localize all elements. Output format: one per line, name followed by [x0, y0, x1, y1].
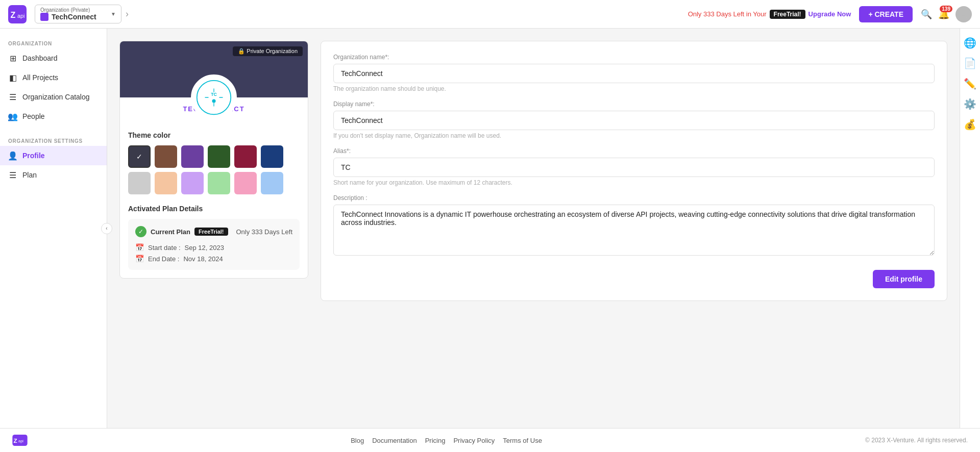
calendar-icon: 📅 — [135, 243, 144, 252]
header-icons: 🔍 🔔 139 — [921, 6, 972, 22]
theme-color-title: Theme color — [128, 131, 300, 139]
svg-point-6 — [212, 99, 216, 103]
create-button[interactable]: + CREATE — [859, 6, 913, 22]
dashboard-icon: ⊞ — [8, 54, 17, 63]
org-name-hint: The organization name should be unique. — [333, 85, 935, 92]
display-name-hint: If you don't set display name, Organizat… — [333, 132, 935, 139]
sidebar-item-people[interactable]: 👥 People — [0, 107, 107, 126]
footer-link-privacy[interactable]: Privacy Policy — [453, 437, 495, 444]
sidebar-label-people: People — [22, 112, 45, 120]
plan-section-title: Activated Plan Details — [128, 205, 300, 213]
sidebar-item-dashboard[interactable]: ⊞ Dashboard — [0, 48, 107, 68]
people-icon: 👥 — [8, 112, 17, 121]
sidebar-label-org-catalog: Organization Catalog — [22, 93, 90, 101]
end-date-label: End Date : — [148, 255, 179, 263]
sidebar-item-plan[interactable]: ☰ Plan — [0, 165, 107, 185]
form-card: Organization name*: The organization nam… — [321, 41, 947, 301]
color-swatch-2[interactable] — [181, 145, 204, 168]
display-name-input[interactable] — [333, 111, 935, 130]
plan-days-left: Only 333 Days Left — [236, 228, 292, 236]
color-swatch-5[interactable] — [261, 145, 283, 168]
right-icon-doc[interactable]: 📄 — [964, 57, 976, 69]
description-label: Description : — [333, 194, 935, 202]
svg-text:TC: TC — [211, 92, 217, 97]
sidebar: ORGANIZATION ⊞ Dashboard ◧ All Projects … — [0, 29, 107, 428]
plan-check-icon: ✓ — [135, 226, 146, 237]
color-swatch-10[interactable] — [234, 172, 257, 194]
org-logo-svg: TC — [196, 80, 232, 115]
check-icon: ✓ — [136, 153, 142, 161]
org-name-group: Organization name*: The organization nam… — [333, 54, 935, 92]
main-layout: ORGANIZATION ⊞ Dashboard ◧ All Projects … — [0, 29, 980, 428]
description-group: Description : TechConnect Innovations is… — [333, 194, 935, 258]
footer-logo: Z api — [12, 435, 28, 446]
plan-pill: FreeTrial! — [194, 228, 228, 236]
alias-group: Alias*: Short name for your organization… — [333, 147, 935, 186]
user-avatar[interactable] — [955, 6, 972, 22]
right-panel: Organization name*: The organization nam… — [321, 41, 947, 416]
footer-copyright: © 2023 X-Venture. All rights reserved. — [865, 437, 968, 444]
header: Z api Organization (Private) TechConnect… — [0, 0, 980, 29]
alias-label: Alias*: — [333, 147, 935, 155]
svg-text:Z: Z — [11, 10, 16, 19]
color-swatch-9[interactable] — [208, 172, 230, 194]
svg-text:Z: Z — [14, 437, 17, 444]
plan-card: ✓ Current Plan FreeTrial! Only 333 Days … — [128, 219, 300, 270]
display-name-group: Display name*: If you don't set display … — [333, 101, 935, 139]
footer-link-pricing[interactable]: Pricing — [425, 437, 446, 444]
search-button[interactable]: 🔍 — [921, 9, 932, 20]
footer-link-docs[interactable]: Documentation — [372, 437, 416, 444]
color-swatch-6[interactable] — [128, 172, 151, 194]
color-swatch-11[interactable] — [261, 172, 283, 194]
org-card-body: Theme color ✓ — [120, 123, 308, 278]
calendar-icon-end: 📅 — [135, 255, 144, 263]
end-date-value: Nov 18, 2024 — [183, 255, 223, 263]
right-icon-edit[interactable]: ✏️ — [964, 78, 976, 90]
display-name-label: Display name*: — [333, 101, 935, 108]
footer-link-terms[interactable]: Terms of Use — [503, 437, 542, 444]
org-name-input[interactable] — [333, 64, 935, 83]
sidebar-item-org-catalog[interactable]: ☰ Organization Catalog — [0, 87, 107, 107]
color-swatch-7[interactable] — [155, 172, 177, 194]
upgrade-link[interactable]: Upgrade Now — [808, 10, 851, 18]
org-avatar-circle: TC — [191, 74, 237, 120]
plan-card-header: ✓ Current Plan FreeTrial! Only 333 Days … — [135, 226, 292, 237]
sidebar-label-dashboard: Dashboard — [22, 54, 58, 62]
color-swatch-1[interactable] — [155, 145, 177, 168]
edit-profile-button[interactable]: Edit profile — [873, 270, 935, 288]
color-swatch-3[interactable] — [208, 145, 230, 168]
logo: Z api — [8, 5, 27, 23]
logo-icon: Z api — [8, 5, 27, 23]
sidebar-item-all-projects[interactable]: ◧ All Projects — [0, 68, 107, 87]
sidebar-collapse-button[interactable]: ‹ — [101, 223, 112, 234]
org-icon — [40, 13, 48, 21]
description-textarea[interactable]: TechConnect Innovations is a dynamic IT … — [333, 205, 935, 256]
alias-input[interactable] — [333, 158, 935, 177]
current-plan-label: Current Plan — [151, 228, 190, 236]
svg-text:api: api — [17, 13, 24, 19]
color-swatch-4[interactable] — [234, 145, 257, 168]
content-area: 🔒 Private Organization TC — [107, 29, 960, 428]
plan-dates: 📅 Start date : Sep 12, 2023 📅 End Date :… — [135, 243, 292, 263]
org-banner: 🔒 Private Organization TC — [120, 41, 308, 97]
trial-banner: Only 333 Days Left in Your FreeTrial! Up… — [688, 10, 851, 19]
form-actions: Edit profile — [333, 266, 935, 288]
sidebar-item-profile[interactable]: 👤 Profile — [0, 146, 107, 165]
svg-point-3 — [960, 9, 967, 16]
sidebar-label-all-projects: All Projects — [22, 73, 58, 82]
nav-forward-button[interactable]: › — [121, 7, 133, 21]
left-panel: 🔒 Private Organization TC — [119, 41, 308, 416]
right-icon-globe[interactable]: 🌐 — [964, 37, 976, 49]
org-selector[interactable]: Organization (Private) TechConnect ▼ — [35, 5, 121, 23]
right-icon-money[interactable]: 💰 — [964, 118, 976, 131]
free-trial-pill: FreeTrial! — [770, 10, 805, 19]
color-swatch-0[interactable]: ✓ — [128, 145, 151, 168]
notifications-button[interactable]: 🔔 139 — [938, 9, 949, 20]
right-icon-settings[interactable]: ⚙️ — [964, 98, 976, 110]
org-card: 🔒 Private Organization TC — [119, 41, 308, 279]
footer-links: Blog Documentation Pricing Privacy Polic… — [351, 437, 542, 444]
sidebar-label-profile: Profile — [22, 152, 45, 160]
color-grid: ✓ — [128, 145, 300, 194]
footer-link-blog[interactable]: Blog — [351, 437, 364, 444]
color-swatch-8[interactable] — [181, 172, 204, 194]
